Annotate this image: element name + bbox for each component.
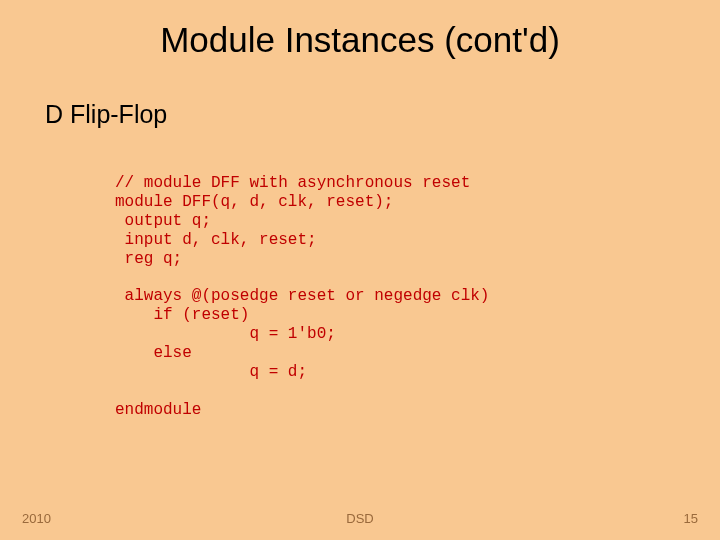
code-block: // module DFF with asynchronous reset mo… [115,174,720,419]
slide-title: Module Instances (cont'd) [0,20,720,60]
footer-label: DSD [0,511,720,526]
footer-page-number: 15 [684,511,698,526]
section-heading: D Flip-Flop [45,100,720,129]
